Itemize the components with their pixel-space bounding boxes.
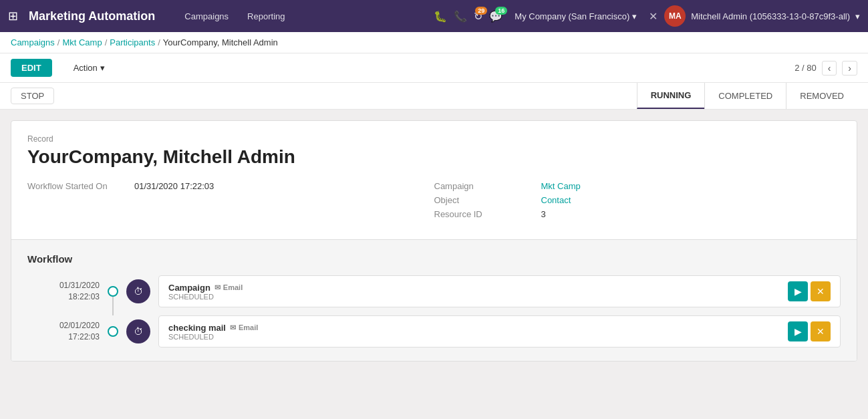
workflow-detail-1: Campaign ✉ Email SCHEDULED ▶ ✕: [158, 275, 841, 307]
user-name: Mitchell Admin (1056333-13-0-87c9f3-all): [691, 11, 850, 21]
clock-icon-2: ⏱: [134, 326, 143, 337]
bug-icon[interactable]: 🐛: [434, 10, 447, 23]
workflow-date-1: 01/31/2020 18:22:03: [27, 280, 108, 303]
tab-removed[interactable]: REMOVED: [786, 83, 857, 109]
pagination-count: 2 / 80: [794, 63, 817, 73]
phone-icon[interactable]: 📞: [454, 10, 467, 23]
workflow-cancel-button-1[interactable]: ✕: [811, 281, 831, 301]
action-label: Action: [74, 63, 98, 73]
email-icon-2: ✉: [230, 323, 236, 332]
field-value-object[interactable]: Contact: [541, 195, 571, 205]
breadcrumb-sep-1: /: [57, 37, 60, 47]
workflow-date-2: 02/01/2020 17:22:03: [27, 320, 108, 343]
company-selector[interactable]: My Company (San Francisco) ▾: [509, 9, 642, 24]
edit-button[interactable]: EDIT: [11, 59, 52, 77]
field-value-campaign[interactable]: Mkt Camp: [541, 181, 581, 191]
connector-dot-2: [108, 326, 118, 337]
field-label-object: Object: [434, 195, 541, 205]
workflow-connector-2: [108, 326, 118, 337]
app-title: Marketing Automation: [29, 9, 155, 23]
workflow-status-2: SCHEDULED: [168, 333, 780, 341]
workflow-section: Workflow 01/31/2020 18:22:03 ⏱: [11, 239, 857, 361]
record-fields-left: Workflow Started On 01/31/2020 17:22:03: [27, 181, 434, 223]
user-chevron-icon: ▾: [855, 11, 860, 21]
stop-button[interactable]: STOP: [11, 88, 54, 104]
field-workflow-started: Workflow Started On 01/31/2020 17:22:03: [27, 181, 434, 191]
navbar: ⊞ Marketing Automation Campaigns Reporti…: [0, 0, 868, 32]
chat-icon[interactable]: 💬 16: [489, 10, 502, 23]
close-icon[interactable]: ✕: [649, 10, 658, 23]
breadcrumb: Campaigns / Mkt Camp / Participants / Yo…: [0, 32, 868, 53]
breadcrumb-mkt-camp[interactable]: Mkt Camp: [62, 37, 102, 47]
tab-running[interactable]: RUNNING: [637, 83, 705, 109]
field-label-workflow-started: Workflow Started On: [27, 181, 134, 191]
workflow-play-button-2[interactable]: ▶: [788, 321, 808, 341]
workflow-status-1: SCHEDULED: [168, 293, 780, 301]
grid-icon[interactable]: ⊞: [8, 9, 18, 23]
workflow-type-2: ✉ Email: [230, 323, 258, 332]
record-name: YourCompany, Mitchell Admin: [27, 146, 841, 168]
clock-icon: ⏱: [134, 286, 143, 297]
field-resource-id: Resource ID 3: [434, 209, 841, 219]
workflow-items: 01/31/2020 18:22:03 ⏱ Campaign: [27, 275, 841, 347]
company-name: My Company (San Francisco): [515, 11, 629, 21]
record-info: Record YourCompany, Mitchell Admin Workf…: [11, 121, 857, 239]
action-dropdown[interactable]: Action ▾: [74, 63, 105, 73]
navbar-icons: 🐛 📞 ↻ 29 💬 16 My Company (San Francisco)…: [434, 5, 860, 27]
record-card: Record YourCompany, Mitchell Admin Workf…: [11, 120, 857, 362]
navbar-nav: Campaigns Reporting: [176, 9, 293, 24]
status-tabs: RUNNING COMPLETED REMOVED: [637, 83, 857, 109]
breadcrumb-sep-2: /: [105, 37, 108, 47]
refresh-icon[interactable]: ↻ 29: [474, 10, 482, 23]
company-chevron-icon: ▾: [632, 11, 637, 21]
workflow-detail-2: checking mail ✉ Email SCHEDULED ▶ ✕: [158, 315, 841, 347]
workflow-actions-1: ▶ ✕: [788, 281, 831, 301]
workflow-connector-1: [108, 286, 118, 297]
breadcrumb-current: YourCompany, Mitchell Admin: [163, 37, 278, 47]
pagination-prev-button[interactable]: ‹: [822, 61, 837, 76]
field-campaign: Campaign Mkt Camp: [434, 181, 841, 191]
field-value-resource-id: 3: [541, 209, 546, 219]
workflow-cancel-button-2[interactable]: ✕: [811, 321, 831, 341]
main-content: Record YourCompany, Mitchell Admin Workf…: [0, 110, 868, 372]
workflow-item-name-1: Campaign ✉ Email: [168, 283, 780, 293]
workflow-detail-content-2: checking mail ✉ Email SCHEDULED: [168, 323, 780, 341]
record-fields: Workflow Started On 01/31/2020 17:22:03 …: [27, 181, 841, 223]
workflow-play-button-1[interactable]: ▶: [788, 281, 808, 301]
action-bar: EDIT Action ▾ 2 / 80 ‹ ›: [0, 53, 868, 83]
record-label: Record: [27, 134, 841, 144]
breadcrumb-campaigns[interactable]: Campaigns: [11, 37, 55, 47]
vertical-line-1: [112, 297, 114, 315]
field-value-workflow-started: 01/31/2020 17:22:03: [134, 181, 214, 191]
status-bar: STOP RUNNING COMPLETED REMOVED: [0, 83, 868, 110]
avatar: MA: [664, 5, 686, 27]
workflow-type-1: ✉ Email: [214, 283, 243, 292]
workflow-item-name-2: checking mail ✉ Email: [168, 323, 780, 333]
field-label-resource-id: Resource ID: [434, 209, 541, 219]
pagination: 2 / 80 ‹ ›: [794, 61, 857, 76]
nav-campaigns[interactable]: Campaigns: [176, 9, 237, 24]
workflow-item-2: 02/01/2020 17:22:03 ⏱ checking mail: [27, 315, 841, 347]
nav-reporting[interactable]: Reporting: [239, 9, 293, 24]
user-profile[interactable]: MA Mitchell Admin (1056333-13-0-87c9f3-a…: [664, 5, 860, 27]
tab-completed[interactable]: COMPLETED: [704, 83, 786, 109]
email-icon-1: ✉: [214, 283, 221, 292]
pagination-next-button[interactable]: ›: [842, 61, 857, 76]
workflow-icon-1: ⏱: [126, 279, 150, 303]
workflow-icon-2: ⏱: [126, 319, 150, 343]
field-label-campaign: Campaign: [434, 181, 541, 191]
connector-dot-1: [108, 286, 118, 297]
field-object: Object Contact: [434, 195, 841, 205]
record-fields-right: Campaign Mkt Camp Object Contact Resourc…: [434, 181, 841, 223]
breadcrumb-participants[interactable]: Participants: [110, 37, 155, 47]
action-chevron-icon: ▾: [100, 63, 105, 73]
workflow-actions-2: ▶ ✕: [788, 321, 831, 341]
workflow-detail-content-1: Campaign ✉ Email SCHEDULED: [168, 283, 780, 301]
workflow-title: Workflow: [27, 253, 841, 265]
refresh-badge: 29: [475, 7, 487, 15]
chat-badge: 16: [495, 7, 507, 15]
workflow-item-1: 01/31/2020 18:22:03 ⏱ Campaign: [27, 275, 841, 307]
breadcrumb-sep-3: /: [158, 37, 160, 47]
